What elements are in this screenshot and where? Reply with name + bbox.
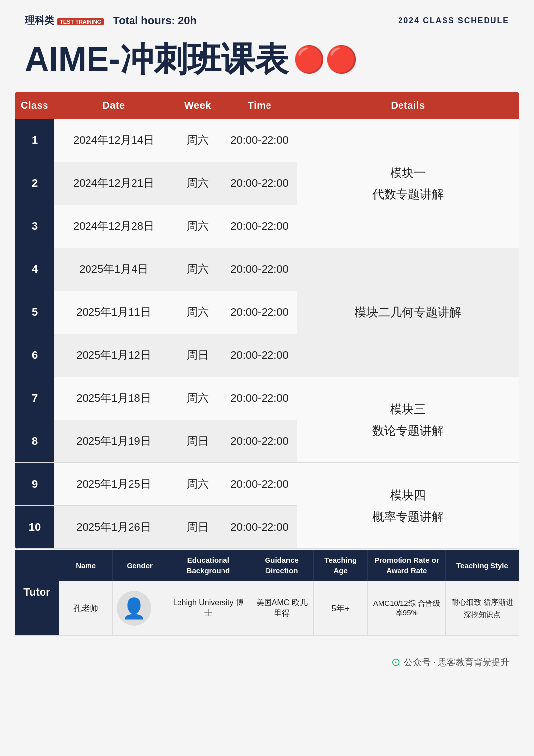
class-num-cell: 10 (15, 506, 54, 549)
brand-area: 理科类 TEST TRAINING Total hours: 20h (25, 14, 197, 27)
tutor-guidance: 美国AMC 欧几里得 (250, 581, 313, 636)
main-title: AIME-冲刺班课表 🔴🔴 (25, 37, 509, 82)
tutor-promo: AMC10/12综 合晋级率95% (367, 581, 445, 636)
date-cell: 2025年1月25日 (54, 463, 173, 506)
tutor-data-row: 孔老师 👤 Lehigh University 博士 美国AMC 欧几里得 5年… (15, 581, 519, 636)
details-cell: 模块四概率专题讲解 (297, 463, 519, 549)
class-num-cell: 7 (15, 377, 54, 420)
tutor-col-promo: Promotion Rate or Award Rate (367, 550, 445, 581)
time-cell: 20:00-22:00 (222, 463, 297, 506)
person-icon: 👤 (122, 597, 146, 620)
table-row: 72025年1月18日周六20:00-22:00模块三数论专题讲解 (15, 377, 519, 420)
time-cell: 20:00-22:00 (222, 334, 297, 377)
tutor-col-age: Teaching Age (313, 550, 367, 581)
col-class: Class (15, 92, 54, 119)
date-cell: 2024年12月28日 (54, 205, 173, 248)
date-cell: 2025年1月26日 (54, 506, 173, 549)
time-cell: 20:00-22:00 (222, 506, 297, 549)
table-row: 42025年1月4日周六20:00-22:00模块二几何专题讲解 (15, 248, 519, 291)
class-num-cell: 4 (15, 248, 54, 291)
details-cell: 模块一代数专题讲解 (297, 119, 519, 248)
time-cell: 20:00-22:00 (222, 420, 297, 463)
brand-tag: TEST TRAINING (57, 18, 104, 25)
week-cell: 周日 (173, 420, 222, 463)
wechat-icon: ⊙ (391, 656, 400, 669)
footer-text: 公众号 · 思客教育背景提升 (404, 656, 509, 668)
week-cell: 周六 (173, 463, 222, 506)
class-num-cell: 6 (15, 334, 54, 377)
col-details: Details (297, 92, 519, 119)
tutor-col-edu: Educational Background (167, 550, 250, 581)
class-num-cell: 2 (15, 162, 54, 205)
date-cell: 2025年1月18日 (54, 377, 173, 420)
date-cell: 2025年1月12日 (54, 334, 173, 377)
total-hours: Total hours: 20h (113, 14, 197, 27)
title-emoji: 🔴🔴 (293, 44, 357, 75)
class-num-cell: 9 (15, 463, 54, 506)
footer: ⊙ 公众号 · 思客教育背景提升 (0, 646, 534, 683)
tutor-style: 耐心细致 循序渐进 深挖知识点 (445, 581, 519, 636)
col-week: Week (173, 92, 222, 119)
main-title-text: AIME-冲刺班课表 (25, 37, 288, 82)
date-cell: 2025年1月11日 (54, 291, 173, 334)
tutor-edu: Lehigh University 博士 (167, 581, 250, 636)
top-header: 理科类 TEST TRAINING Total hours: 20h 2024 … (0, 0, 534, 32)
tutor-col-gender: Gender (113, 550, 167, 581)
time-cell: 20:00-22:00 (222, 248, 297, 291)
tutor-col-name: Name (59, 550, 113, 581)
week-cell: 周六 (173, 377, 222, 420)
schedule-table: Class Date Week Time Details 12024年12月14… (15, 92, 519, 549)
tutor-header-row: Tutor Name Gender Educational Background… (15, 550, 519, 581)
time-cell: 20:00-22:00 (222, 162, 297, 205)
table-header-row: Class Date Week Time Details (15, 92, 519, 119)
week-cell: 周六 (173, 248, 222, 291)
tutor-table: Tutor Name Gender Educational Background… (15, 550, 519, 636)
table-row: 92025年1月25日周六20:00-22:00模块四概率专题讲解 (15, 463, 519, 506)
class-num-cell: 3 (15, 205, 54, 248)
class-num-cell: 5 (15, 291, 54, 334)
tutor-age: 5年+ (313, 581, 367, 636)
tutor-col-guidance: Guidance Direction (250, 550, 313, 581)
date-cell: 2025年1月19日 (54, 420, 173, 463)
time-cell: 20:00-22:00 (222, 377, 297, 420)
week-cell: 周日 (173, 334, 222, 377)
col-time: Time (222, 92, 297, 119)
time-cell: 20:00-22:00 (222, 205, 297, 248)
main-title-area: AIME-冲刺班课表 🔴🔴 (0, 32, 534, 92)
tutor-col-style: Teaching Style (445, 550, 519, 581)
tutor-name: 孔老师 (59, 581, 113, 636)
date-cell: 2025年1月4日 (54, 248, 173, 291)
date-cell: 2024年12月21日 (54, 162, 173, 205)
details-cell: 模块二几何专题讲解 (297, 248, 519, 377)
brand-text: 理科类 (25, 14, 54, 27)
details-cell: 模块三数论专题讲解 (297, 377, 519, 463)
table-wrapper: Class Date Week Time Details 12024年12月14… (0, 92, 534, 646)
table-row: 12024年12月14日周六20:00-22:00模块一代数专题讲解 (15, 119, 519, 162)
week-cell: 周六 (173, 119, 222, 162)
col-date: Date (54, 92, 173, 119)
schedule-label: 2024 CLASS SCHEDULE (398, 16, 509, 25)
week-cell: 周六 (173, 205, 222, 248)
class-num-cell: 1 (15, 119, 54, 162)
tutor-label-cell: Tutor (15, 550, 59, 636)
week-cell: 周六 (173, 162, 222, 205)
time-cell: 20:00-22:00 (222, 291, 297, 334)
date-cell: 2024年12月14日 (54, 119, 173, 162)
class-num-cell: 8 (15, 420, 54, 463)
tutor-gender: 👤 (113, 581, 167, 636)
week-cell: 周日 (173, 506, 222, 549)
time-cell: 20:00-22:00 (222, 119, 297, 162)
tutor-avatar: 👤 (117, 591, 151, 626)
week-cell: 周六 (173, 291, 222, 334)
